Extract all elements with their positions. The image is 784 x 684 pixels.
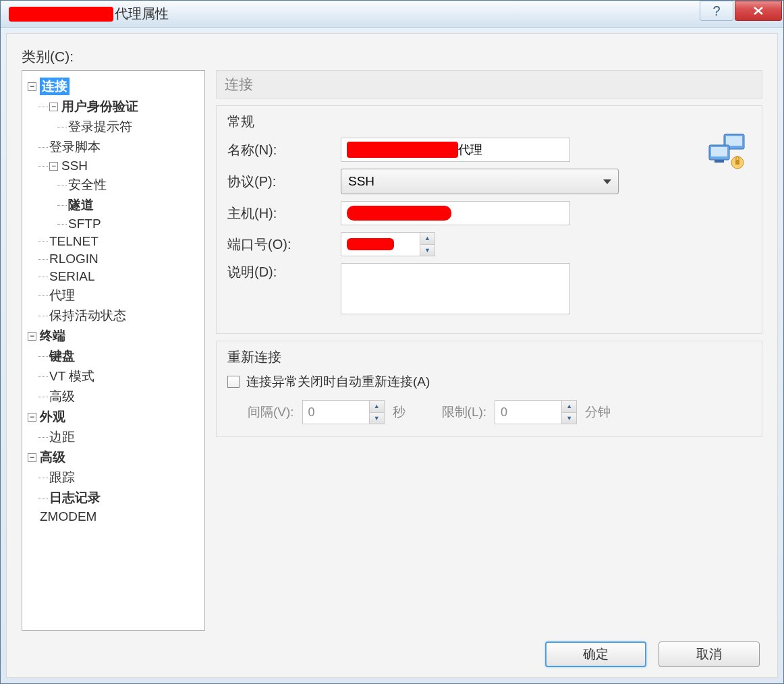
limit-label: 限制(L): (442, 403, 487, 421)
spin-up-icon[interactable]: ▲ (562, 401, 576, 413)
reconnect-params-row: 间隔(V): 0 ▲ ▼ 秒 限制(L): 0 (227, 400, 751, 424)
reconnect-section: 重新连接 连接异常关闭时自动重新连接(A) 间隔(V): 0 ▲ ▼ (216, 341, 762, 437)
close-button[interactable] (735, 1, 782, 21)
titlebar-buttons: ? (700, 1, 783, 27)
tree-zmodem[interactable]: ZMODEM (25, 508, 202, 525)
tree-logging[interactable]: 日志记录 (34, 488, 202, 508)
tree-proxy[interactable]: 代理 (34, 285, 202, 306)
svg-rect-4 (715, 160, 724, 163)
port-spinner[interactable]: ▲ ▼ (341, 232, 435, 256)
description-label: 说明(D): (227, 263, 341, 281)
tree-advanced[interactable]: − 高级 (25, 447, 202, 467)
limit-unit: 分钟 (585, 403, 611, 421)
spin-down-icon[interactable]: ▼ (370, 413, 384, 424)
tree-trace[interactable]: 跟踪 (34, 467, 202, 488)
redacted-name-prefix (347, 142, 458, 158)
port-label: 端口号(O): (227, 235, 341, 254)
redacted-port-value (347, 238, 394, 250)
category-tree[interactable]: − 连接 − 用户身份验证 登录提示符 (22, 70, 205, 631)
svg-rect-1 (726, 136, 742, 146)
tree-tunnel[interactable]: 隧道 (53, 195, 202, 215)
tree-terminal[interactable]: − 终端 (25, 326, 202, 346)
help-button[interactable]: ? (700, 1, 733, 21)
properties-dialog: 代理属性 ? 类别(C): − 连接 (0, 0, 784, 684)
name-value-suffix: 代理 (458, 142, 482, 158)
limit-spinner[interactable]: 0 ▲ ▼ (495, 400, 577, 424)
dialog-body: 类别(C): − 连接 − 用户身份验证 (6, 33, 778, 678)
tree-keepalive[interactable]: 保持活动状态 (34, 306, 202, 326)
general-section-title: 常规 (227, 113, 751, 131)
tree-connection[interactable]: − 连接 (25, 76, 202, 96)
content-row: − 连接 − 用户身份验证 登录提示符 (22, 70, 762, 631)
tree-appearance[interactable]: − 外观 (25, 407, 202, 427)
name-label: 名称(N): (227, 141, 341, 159)
collapse-icon[interactable]: − (28, 413, 36, 422)
tree-keyboard[interactable]: 键盘 (34, 346, 202, 366)
protocol-value: SSH (348, 174, 374, 189)
spin-up-icon[interactable]: ▲ (420, 233, 435, 245)
titlebar: 代理属性 ? (1, 1, 783, 28)
svg-rect-6 (735, 160, 739, 165)
protocol-label: 协议(P): (227, 173, 341, 191)
limit-value[interactable]: 0 (495, 401, 561, 424)
dialog-buttons: 确定 取消 (22, 631, 762, 667)
spin-down-icon[interactable]: ▼ (562, 413, 576, 424)
category-label: 类别(C): (22, 47, 762, 66)
network-computers-icon (705, 133, 750, 171)
close-icon (752, 6, 764, 16)
host-input[interactable] (341, 201, 570, 225)
interval-spinner[interactable]: 0 ▲ ▼ (302, 400, 385, 424)
protocol-combobox[interactable]: SSH (341, 169, 619, 194)
collapse-icon[interactable]: − (28, 453, 36, 462)
cancel-button[interactable]: 取消 (659, 642, 760, 667)
tree-user-auth[interactable]: − 用户身份验证 (34, 96, 202, 117)
tree-login-prompt[interactable]: 登录提示符 (53, 117, 202, 137)
interval-label: 间隔(V): (248, 403, 294, 421)
interval-value[interactable]: 0 (303, 401, 369, 424)
name-input[interactable]: 代理 (341, 138, 570, 162)
svg-rect-3 (711, 147, 727, 156)
redacted-host-value (347, 206, 451, 221)
tree-security[interactable]: 安全性 (53, 175, 202, 195)
reconnect-section-title: 重新连接 (227, 348, 751, 366)
collapse-icon[interactable]: − (28, 332, 36, 341)
host-label: 主机(H): (227, 204, 341, 223)
settings-panel: 连接 常规 名称(N): (216, 70, 762, 631)
chevron-down-icon (603, 179, 611, 184)
auto-reconnect-checkbox[interactable] (227, 376, 240, 388)
description-input[interactable] (341, 263, 570, 314)
spin-down-icon[interactable]: ▼ (420, 245, 435, 256)
description-row: 说明(D): (227, 263, 751, 314)
redacted-title-prefix (9, 7, 113, 22)
host-row: 主机(H): (227, 201, 751, 225)
tree-telnet[interactable]: TELNET (34, 233, 202, 250)
port-row: 端口号(O): ▲ ▼ (227, 232, 751, 256)
collapse-icon[interactable]: − (28, 82, 36, 91)
tree-ssh[interactable]: − SSH (34, 157, 202, 175)
name-row: 名称(N): 代理 (227, 138, 751, 162)
tree-vt-mode[interactable]: VT 模式 (34, 366, 202, 387)
window-title-suffix: 代理属性 (115, 5, 169, 23)
tree-login-script[interactable]: 登录脚本 (34, 137, 202, 157)
port-value[interactable] (341, 233, 420, 256)
tree-rlogin[interactable]: RLOGIN (34, 250, 202, 268)
collapse-icon[interactable]: − (49, 162, 58, 171)
collapse-icon[interactable]: − (49, 103, 58, 111)
tree-advanced-terminal[interactable]: 高级 (34, 387, 202, 407)
tree-serial[interactable]: SERIAL (34, 268, 202, 285)
auto-reconnect-label: 连接异常关闭时自动重新连接(A) (246, 373, 430, 391)
window-title: 代理属性 (9, 5, 169, 23)
panel-heading: 连接 (216, 70, 762, 98)
ok-button[interactable]: 确定 (545, 642, 646, 667)
protocol-row: 协议(P): SSH (227, 169, 751, 194)
auto-reconnect-row: 连接异常关闭时自动重新连接(A) (227, 373, 751, 391)
interval-unit: 秒 (393, 403, 405, 421)
tree-margin[interactable]: 边距 (34, 427, 202, 447)
tree-sftp[interactable]: SFTP (53, 215, 202, 233)
spin-up-icon[interactable]: ▲ (370, 401, 384, 413)
general-section: 常规 名称(N): (216, 105, 762, 334)
